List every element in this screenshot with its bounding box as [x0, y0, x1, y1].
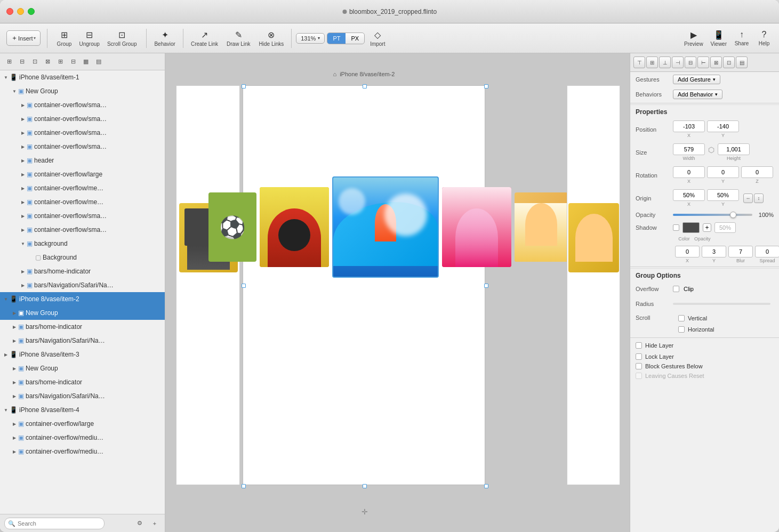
hide-links-button[interactable]: ⊗ Hide Links — [256, 28, 287, 49]
pos-x-input[interactable] — [673, 120, 705, 132]
tree-item-iphone-4[interactable]: 📱 iPhone 8/vase/item-4 — [0, 403, 165, 417]
tree-item-new-group-3[interactable]: ▣ New Group — [0, 361, 165, 375]
tree-item-cont-sma-4[interactable]: ▣ container-overflow/sma… — [0, 140, 165, 154]
flip-h-icon[interactable]: ↔ — [743, 194, 753, 203]
ungroup-button[interactable]: ⊟ Ungroup — [76, 28, 103, 49]
handle-bl[interactable] — [242, 484, 246, 488]
toggle-iphone-2[interactable] — [2, 295, 10, 303]
scroll-group-button[interactable]: ⊡ Scroll Group — [104, 28, 140, 49]
align-center-h-icon[interactable]: ⊟ — [685, 57, 696, 68]
layout-icon[interactable]: ▦ — [80, 56, 92, 68]
tree-item-bars-nav-1[interactable]: ▣ bars/Navigation/Safari/Na… — [0, 278, 165, 292]
toggle-new-group-1[interactable] — [11, 87, 18, 95]
tree-item-iphone-1[interactable]: 📱 iPhone 8/vase/item-1 — [0, 70, 165, 84]
handle-tr[interactable] — [484, 84, 488, 88]
toggle-header[interactable] — [19, 157, 27, 164]
toggle-iphone-4[interactable] — [2, 406, 10, 414]
size-h-input[interactable] — [718, 143, 750, 155]
rot-y-input[interactable] — [707, 166, 739, 178]
toggle-cont-sma-3[interactable] — [19, 129, 27, 136]
align-top-icon[interactable]: ⊤ — [633, 57, 645, 68]
behavior-button[interactable]: ✦ Behavior — [151, 28, 178, 49]
toggle-cont-sma-4[interactable] — [19, 143, 27, 150]
add-gesture-btn[interactable]: Add Gesture ▾ — [673, 75, 720, 84]
tree-item-iphone-2[interactable]: 📱 iPhone 8/vase/item-2 — [0, 292, 165, 306]
maximize-button[interactable] — [28, 8, 35, 15]
tree-item-background[interactable]: ▣ background — [0, 237, 165, 251]
spacing-icon[interactable]: ⊞ — [54, 56, 66, 68]
handle-mr[interactable] — [484, 284, 488, 288]
draw-link-button[interactable]: ✎ Draw Link — [223, 28, 253, 49]
tree-item-cont-me-2[interactable]: ▣ container-overflow/me… — [0, 195, 165, 209]
import-button[interactable]: ◇ Import — [367, 28, 388, 49]
graph-icon[interactable]: ▤ — [93, 56, 105, 68]
leaving-causes-checkbox[interactable] — [636, 373, 642, 379]
hide-layer-checkbox[interactable] — [636, 342, 642, 349]
toggle-cont-med-4b[interactable] — [11, 448, 18, 455]
tree-item-bars-home-3[interactable]: ▣ bars/home-indicator — [0, 375, 165, 389]
tree-item-cont-sma-3[interactable]: ▣ container-overflow/sma… — [0, 126, 165, 140]
orig-y-input[interactable] — [707, 189, 739, 201]
toggle-bars-home-2[interactable] — [11, 323, 18, 331]
tree-item-cont-sma-6[interactable]: ▣ container-overflow/sma… — [0, 223, 165, 237]
pt-button[interactable]: PT — [327, 33, 346, 44]
close-button[interactable] — [6, 8, 13, 15]
chart-icon[interactable]: ▤ — [736, 57, 748, 68]
toggle-cont-sma-2[interactable] — [19, 115, 27, 123]
shadow-opacity-input[interactable] — [714, 222, 736, 233]
create-link-button[interactable]: ↗ Create Link — [188, 28, 221, 49]
toggle-background[interactable] — [19, 240, 27, 247]
align-left-icon[interactable]: ⊞ — [3, 56, 15, 68]
opacity-slider[interactable] — [673, 214, 752, 216]
share-button[interactable]: ↑ Share — [731, 28, 752, 49]
lock-layer-checkbox[interactable] — [636, 353, 642, 360]
tree-item-bars-home-2[interactable]: ▣ bars/home-indicator — [0, 320, 165, 334]
tree-item-cont-large-4[interactable]: ▣ container-overflow/large — [0, 417, 165, 431]
minimize-button[interactable] — [17, 8, 24, 15]
tree-item-new-group-1[interactable]: ▣ New Group — [0, 84, 165, 98]
shadow-x-input[interactable] — [675, 246, 700, 257]
handle-tl[interactable] — [242, 84, 246, 88]
overflow-checkbox[interactable] — [673, 286, 679, 292]
help-button[interactable]: ? Help — [753, 28, 775, 49]
filter-icon[interactable]: ⚙ — [134, 518, 146, 529]
distribute-icon[interactable]: ⊠ — [42, 56, 53, 68]
zoom-selector[interactable]: 131% ▾ — [296, 33, 325, 44]
margin-icon[interactable]: ⊟ — [67, 56, 79, 68]
toggle-bars-nav-3[interactable] — [11, 392, 18, 400]
align-right-h-icon[interactable]: ⊢ — [697, 57, 709, 68]
distribute-v-icon[interactable]: ⊡ — [723, 57, 735, 68]
tree-item-bars-home-1[interactable]: ▣ bars/home-indicator — [0, 264, 165, 278]
pos-y-input[interactable] — [707, 120, 739, 132]
toggle-bars-nav-1[interactable] — [19, 281, 27, 289]
shadow-blur-input[interactable] — [728, 246, 753, 257]
toggle-new-group-3[interactable] — [11, 365, 18, 372]
radius-slider[interactable] — [673, 303, 770, 305]
toggle-cont-sma-1[interactable] — [19, 101, 27, 109]
toggle-iphone-1[interactable] — [2, 74, 10, 81]
size-link-icon[interactable]: ⬡ — [707, 143, 716, 156]
tree-item-cont-med-4a[interactable]: ▣ container-overflow/mediu… — [0, 431, 165, 445]
align-right-icon[interactable]: ⊡ — [29, 56, 41, 68]
toggle-cont-sma-5[interactable] — [19, 212, 27, 220]
toggle-cont-large[interactable] — [19, 171, 27, 178]
tree-item-header[interactable]: ▣ header — [0, 154, 165, 167]
tree-item-cont-sma-1[interactable]: ▣ container-overflow/sma… — [0, 98, 165, 112]
opacity-thumb[interactable] — [730, 212, 736, 218]
shadow-checkbox[interactable] — [673, 224, 679, 231]
toggle-cont-large-4[interactable] — [11, 420, 18, 428]
distribute-h-icon[interactable]: ⊠ — [710, 57, 722, 68]
viewer-button[interactable]: 📱 Viewer — [708, 28, 730, 49]
rot-z-input[interactable] — [741, 166, 773, 178]
handle-ml[interactable] — [242, 284, 246, 288]
toggle-new-group-2[interactable] — [11, 309, 18, 317]
preview-button[interactable]: ▶ Preview — [681, 28, 706, 49]
align-left-h-icon[interactable]: ⊣ — [672, 57, 684, 68]
group-button[interactable]: ⊞ Group — [54, 28, 75, 49]
block-gestures-checkbox[interactable] — [636, 363, 642, 369]
tree-item-cont-large[interactable]: ▣ container-overflow/large — [0, 167, 165, 181]
horizontal-checkbox[interactable] — [678, 326, 685, 333]
toggle-bars-home-1[interactable] — [19, 268, 27, 275]
toggle-cont-me-2[interactable] — [19, 198, 27, 206]
px-button[interactable]: PX — [346, 33, 364, 44]
